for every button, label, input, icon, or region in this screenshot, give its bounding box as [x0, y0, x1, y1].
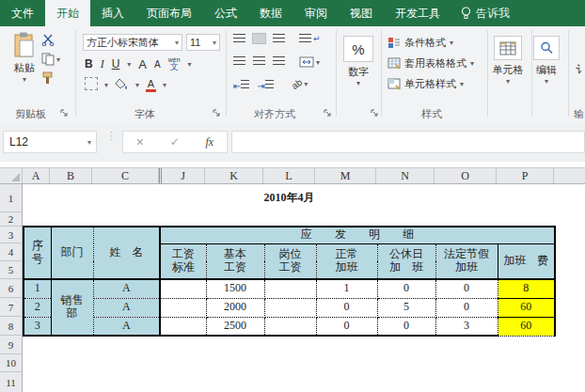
editing-button[interactable]: 编辑 ▾ — [529, 36, 564, 86]
name-box[interactable]: L12 ▾ — [3, 131, 97, 153]
cell-weekend-1[interactable]: 0 — [377, 279, 435, 298]
cell-seq-3[interactable]: 3 — [24, 317, 51, 336]
col-header-K[interactable]: K — [205, 168, 263, 183]
fill-color-button[interactable] — [115, 78, 129, 93]
sheet-title-cell[interactable]: 2010年4月 — [24, 184, 555, 212]
tab-formulas[interactable]: 公式 — [203, 0, 248, 26]
cells-button[interactable]: 单元格 ▾ — [487, 36, 529, 86]
decrease-font-button[interactable]: A — [154, 59, 161, 70]
tab-view[interactable]: 视图 — [339, 0, 384, 26]
cell-normal-2[interactable]: 0 — [316, 298, 377, 317]
cell-post-3[interactable] — [264, 317, 316, 336]
col-header-B[interactable]: B — [50, 168, 92, 183]
cell-weekend-3[interactable]: 0 — [377, 317, 435, 336]
clipboard-dialog-launcher[interactable] — [60, 107, 69, 116]
orientation-button[interactable]: ab ▾ — [292, 79, 308, 89]
enter-icon[interactable]: ✓ — [170, 135, 180, 149]
header-normal-ot[interactable]: 正常 加班 — [316, 243, 377, 279]
phonetic-dropdown-icon[interactable]: ▾ — [188, 60, 192, 69]
cell-fee-1[interactable]: 8 — [498, 279, 555, 298]
align-middle-button[interactable] — [253, 34, 265, 43]
tab-insert[interactable]: 插入 — [90, 0, 135, 26]
header-post-salary[interactable]: 岗位 工资 — [264, 243, 316, 279]
cancel-icon[interactable]: × — [136, 134, 144, 149]
cell-base-1[interactable]: 1500 — [206, 279, 264, 298]
header-name[interactable]: 姓 名 — [93, 227, 160, 279]
select-all-corner[interactable] — [0, 168, 23, 183]
align-top-button[interactable] — [233, 34, 245, 43]
tab-data[interactable]: 数据 — [248, 0, 293, 26]
paste-button[interactable]: 粘贴 ▾ — [4, 32, 45, 84]
align-right-button[interactable] — [273, 56, 285, 66]
increase-indent-button[interactable]: ⇥ — [257, 79, 273, 92]
row-header-7[interactable]: 7 — [0, 298, 23, 317]
formula-bar-grip[interactable]: ⋮ — [106, 133, 117, 139]
col-header-C[interactable]: C — [92, 168, 159, 183]
header-weekend-ot[interactable]: 公休日 加 班 — [377, 243, 435, 279]
header-dept[interactable]: 部门 — [51, 227, 93, 279]
cell-holiday-2[interactable]: 0 — [435, 298, 498, 317]
cell-name-3[interactable]: A — [93, 317, 160, 336]
cell-std-2[interactable] — [160, 298, 206, 317]
tab-home[interactable]: 开始 — [45, 0, 90, 26]
cell-std-1[interactable] — [160, 279, 206, 298]
font-color-dropdown-icon[interactable]: ▾ — [163, 81, 166, 89]
col-header-J[interactable]: J — [159, 168, 205, 183]
underline-button[interactable]: U — [112, 57, 120, 71]
cell-seq-1[interactable]: 1 — [24, 279, 51, 298]
merge-center-button[interactable]: ▾ — [299, 56, 320, 68]
conditional-formatting-button[interactable]: 条件格式 ▾ — [387, 36, 453, 50]
row-header-4[interactable]: 4 — [0, 243, 23, 261]
row-header-9[interactable]: 9 — [0, 336, 23, 354]
cell-holiday-3[interactable]: 3 — [435, 317, 498, 336]
cell-fee-3[interactable]: 60 — [498, 317, 555, 336]
name-box-dropdown-icon[interactable]: ▾ — [87, 138, 96, 147]
formula-input[interactable] — [231, 131, 585, 153]
col-header-P[interactable]: P — [497, 168, 554, 183]
header-salary-std[interactable]: 工资 标准 — [160, 243, 206, 279]
cell-post-1[interactable] — [264, 279, 316, 298]
cell-holiday-1[interactable]: 0 — [435, 279, 498, 298]
cell-seq-2[interactable]: 2 — [24, 298, 51, 317]
cell-base-3[interactable]: 2500 — [206, 317, 264, 336]
row-header-11[interactable]: 11 — [0, 372, 23, 392]
number-dialog-launcher[interactable] — [371, 107, 379, 116]
decrease-indent-button[interactable]: ⇤ — [233, 79, 249, 92]
insert-function-icon[interactable]: fx — [205, 135, 213, 149]
row-header-10[interactable]: 10 — [0, 354, 23, 372]
col-header-M[interactable]: M — [315, 168, 376, 183]
alignment-dialog-launcher[interactable] — [324, 107, 332, 116]
borders-button[interactable] — [85, 77, 98, 93]
tell-me[interactable]: 告诉我 — [451, 0, 519, 26]
cell-weekend-2[interactable]: 5 — [377, 298, 435, 317]
align-center-button[interactable] — [253, 56, 265, 66]
cell-std-3[interactable] — [160, 317, 206, 336]
tab-page-layout[interactable]: 页面布局 — [135, 0, 203, 26]
cell-base-2[interactable]: 2000 — [206, 298, 264, 317]
cell-styles-button[interactable]: 单元格样式 ▾ — [387, 77, 464, 91]
font-dialog-launcher[interactable] — [213, 107, 221, 116]
borders-dropdown-icon[interactable]: ▾ — [104, 81, 108, 89]
font-size-combo[interactable]: 11 ▾ — [186, 34, 220, 51]
row-header-5[interactable]: 5 — [0, 261, 23, 279]
bold-button[interactable]: B — [85, 57, 93, 71]
phonetic-guide-button[interactable]: wén 文 — [168, 56, 181, 71]
tab-review[interactable]: 审阅 — [293, 0, 339, 26]
format-as-table-button[interactable]: 套用表格格式 ▾ — [387, 56, 474, 71]
underline-dropdown-icon[interactable]: ▾ — [127, 60, 131, 69]
header-seq[interactable]: 序 号 — [24, 227, 51, 279]
number-format-button[interactable]: % 数字 ▾ — [338, 36, 379, 87]
copy-button[interactable]: ▾ — [41, 53, 60, 66]
fill-color-dropdown-icon[interactable]: ▾ — [135, 81, 139, 89]
header-base-salary[interactable]: 基本 工资 — [206, 243, 264, 279]
col-header-A[interactable]: A — [23, 168, 50, 183]
increase-font-button[interactable]: A — [138, 57, 147, 71]
row-header-8[interactable]: 8 — [0, 317, 23, 336]
header-ot-fee[interactable]: 加班 费 — [498, 243, 555, 279]
col-header-O[interactable]: O — [435, 168, 497, 183]
cut-button[interactable] — [41, 34, 55, 46]
align-left-button[interactable] — [233, 56, 245, 66]
align-bottom-button[interactable] — [273, 34, 285, 43]
row-header-6[interactable]: 6 — [0, 279, 23, 298]
header-holiday-ot[interactable]: 法定节假 加班 — [435, 243, 498, 279]
